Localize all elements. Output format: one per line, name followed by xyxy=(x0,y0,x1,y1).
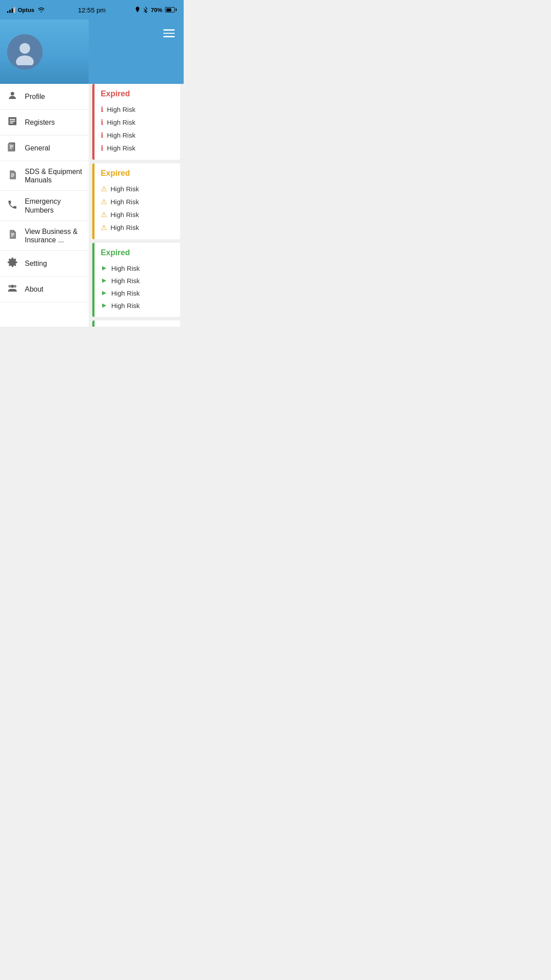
battery-percent: 70% xyxy=(151,7,162,13)
play-icon: ► xyxy=(101,277,108,285)
warning-icon: ⚠ xyxy=(101,185,107,193)
hamburger-line-3 xyxy=(163,36,175,37)
map-title: Map xyxy=(94,320,180,327)
sidebar-item-about[interactable]: About xyxy=(0,277,89,302)
sds-icon xyxy=(6,170,19,182)
svg-point-2 xyxy=(11,92,14,95)
info-icon: ℹ xyxy=(101,144,103,152)
sidebar-item-registers[interactable]: Registers xyxy=(0,110,89,135)
play-icon: ► xyxy=(101,289,108,297)
warning-icon: ⚠ xyxy=(101,210,107,219)
svg-rect-18 xyxy=(11,236,13,237)
sidebar-item-profile[interactable]: Profile xyxy=(0,84,89,110)
warning-icon: ⚠ xyxy=(101,223,107,232)
play-icon: ► xyxy=(101,301,108,309)
sidebar-item-general[interactable]: General xyxy=(0,135,89,161)
card-orange-items: ⚠ High Risk ⚠ High Risk ⚠ High Risk ⚠ Hi… xyxy=(94,182,180,239)
gear-icon xyxy=(6,257,19,270)
svg-rect-13 xyxy=(11,174,14,174)
list-item[interactable]: ⚠ High Risk xyxy=(101,195,174,208)
list-item[interactable]: ⚠ High Risk xyxy=(101,182,174,195)
about-label: About xyxy=(25,285,43,293)
main-container: Profile Registers xyxy=(0,20,184,327)
nav-list: Profile Registers xyxy=(0,84,89,327)
svg-rect-9 xyxy=(10,145,13,146)
signal-icon xyxy=(7,7,15,13)
svg-rect-15 xyxy=(11,176,13,177)
card-expired-green[interactable]: Expired ► High Risk ► High Risk ► High R… xyxy=(92,243,180,317)
svg-rect-10 xyxy=(10,146,13,147)
sidebar-item-business[interactable]: View Business & Insurance ... xyxy=(0,221,89,251)
list-item[interactable]: ► High Risk xyxy=(101,274,174,287)
cards-container: Expired ℹ High Risk ℹ High Risk ℹ High R… xyxy=(89,84,184,327)
svg-rect-6 xyxy=(10,122,13,123)
info-icon: ℹ xyxy=(101,118,103,126)
svg-rect-17 xyxy=(11,234,14,235)
list-item[interactable]: ℹ High Risk xyxy=(101,129,174,142)
info-icon: ℹ xyxy=(101,131,103,139)
card-orange-title: Expired xyxy=(94,163,180,182)
list-item[interactable]: ► High Risk xyxy=(101,299,174,312)
sidebar-item-setting[interactable]: Setting xyxy=(0,251,89,277)
info-icon: ℹ xyxy=(101,105,103,114)
svg-rect-4 xyxy=(10,119,15,120)
status-right: 70% xyxy=(135,7,177,13)
svg-rect-16 xyxy=(11,233,14,234)
list-item[interactable]: ► High Risk xyxy=(101,262,174,274)
svg-rect-5 xyxy=(10,121,15,122)
sidebar-item-sds[interactable]: SDS & Equipment Manuals xyxy=(0,161,89,191)
card-expired-red[interactable]: Expired ℹ High Risk ℹ High Risk ℹ High R… xyxy=(92,84,180,160)
about-icon xyxy=(6,283,19,296)
play-icon: ► xyxy=(101,264,108,272)
list-item[interactable]: ℹ High Risk xyxy=(101,142,174,154)
setting-label: Setting xyxy=(25,259,47,268)
svg-rect-11 xyxy=(10,148,12,149)
carrier-label: Optus xyxy=(18,7,35,13)
sidebar-item-emergency[interactable]: Emergency Numbers xyxy=(0,191,89,221)
svg-point-21 xyxy=(14,285,16,288)
sidebar: Profile Registers xyxy=(0,20,89,327)
sds-label: SDS & Equipment Manuals xyxy=(25,167,83,184)
svg-point-0 xyxy=(20,43,30,54)
avatar xyxy=(7,34,43,70)
content-panel[interactable]: Expired ℹ High Risk ℹ High Risk ℹ High R… xyxy=(89,20,184,327)
card-green-items: ► High Risk ► High Risk ► High Risk ► Hi… xyxy=(94,262,180,317)
svg-rect-12 xyxy=(9,144,11,145)
phone-icon xyxy=(6,199,19,212)
business-icon xyxy=(6,229,19,242)
hamburger-button[interactable] xyxy=(161,28,177,39)
general-label: General xyxy=(25,144,50,152)
wifi-icon xyxy=(37,7,45,13)
card-green-title: Expired xyxy=(94,243,180,262)
svg-point-20 xyxy=(11,285,14,288)
profile-label: Profile xyxy=(25,92,45,101)
general-icon xyxy=(6,142,19,154)
avatar-header xyxy=(0,20,89,84)
profile-icon xyxy=(6,90,19,103)
emergency-label: Emergency Numbers xyxy=(25,197,83,214)
card-expired-orange[interactable]: Expired ⚠ High Risk ⚠ High Risk ⚠ High R… xyxy=(92,163,180,239)
card-red-items: ℹ High Risk ℹ High Risk ℹ High Risk ℹ Hi… xyxy=(94,103,180,160)
registers-label: Registers xyxy=(25,118,55,126)
content-header xyxy=(89,20,184,84)
registers-icon xyxy=(6,116,19,129)
business-label: View Business & Insurance ... xyxy=(25,227,83,244)
card-red-title: Expired xyxy=(94,84,180,103)
avatar-icon xyxy=(12,39,38,65)
list-item[interactable]: ℹ High Risk xyxy=(101,103,174,116)
list-item[interactable]: ⚠ High Risk xyxy=(101,208,174,221)
list-item[interactable]: ► High Risk xyxy=(101,287,174,299)
hamburger-line-2 xyxy=(163,33,175,34)
location-icon xyxy=(135,7,140,13)
warning-icon: ⚠ xyxy=(101,198,107,206)
bluetooth-icon xyxy=(143,7,148,13)
list-item[interactable]: ⚠ High Risk xyxy=(101,221,174,234)
battery-icon xyxy=(165,7,177,12)
svg-point-1 xyxy=(16,55,34,65)
card-map[interactable]: Map xyxy=(92,320,180,327)
hamburger-line-1 xyxy=(163,29,175,31)
list-item[interactable]: ℹ High Risk xyxy=(101,116,174,129)
status-bar: Optus 12:55 pm 70% xyxy=(0,0,184,20)
time-label: 12:55 pm xyxy=(78,6,106,14)
svg-rect-14 xyxy=(11,175,14,176)
